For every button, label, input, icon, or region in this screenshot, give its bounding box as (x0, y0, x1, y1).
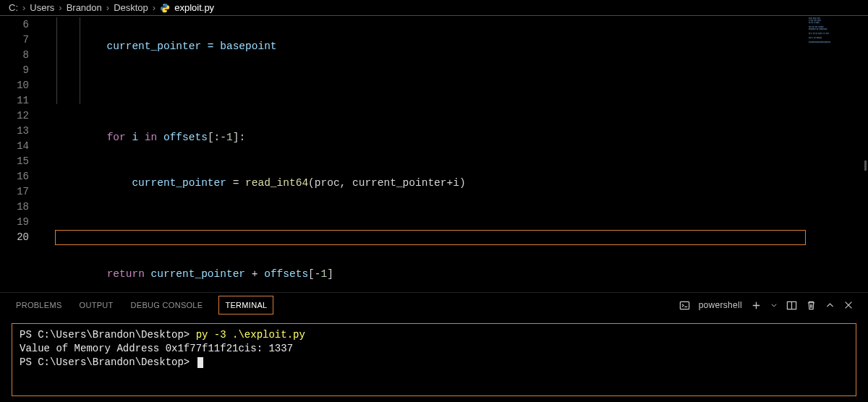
breadcrumb-seg[interactable]: Brandon (67, 2, 102, 13)
new-terminal-button[interactable] (751, 300, 762, 311)
breadcrumb-seg[interactable]: C: (9, 2, 18, 13)
terminal-shell-icon[interactable] (679, 300, 690, 311)
close-panel-button[interactable] (843, 300, 854, 310)
kill-terminal-button[interactable] (806, 300, 817, 311)
tab-output[interactable]: OUTPUT (78, 294, 115, 316)
terminal-prompt: PS C:\Users\Brandon\Desktop> (20, 356, 196, 368)
chevron-right-icon: › (106, 2, 109, 13)
svg-point-0 (163, 4, 164, 5)
code-content[interactable]: current_pointer = basepoint for i in off… (56, 17, 855, 291)
breadcrumb-seg[interactable]: Users (30, 2, 54, 13)
split-terminal-button[interactable] (786, 300, 797, 311)
terminal-line: Value of Memory Address 0x1f77f11f21cis:… (20, 343, 293, 354)
breadcrumb: C: › Users › Brandon › Desktop › exploit… (0, 0, 868, 16)
panel-tab-bar: PROBLEMS OUTPUT DEBUG CONSOLE TERMINAL p… (0, 293, 868, 317)
bottom-panel: PROBLEMS OUTPUT DEBUG CONSOLE TERMINAL p… (0, 292, 868, 402)
tab-problems[interactable]: PROBLEMS (14, 294, 64, 316)
svg-rect-2 (680, 302, 689, 309)
scrollbar[interactable] (864, 161, 867, 171)
svg-point-1 (166, 10, 166, 11)
minimap[interactable]: ████ ████ ████ ███ ███ ██████ ██ █ ████ … (809, 17, 865, 68)
python-file-icon (160, 3, 170, 13)
terminal-shell-label[interactable]: powershell (699, 300, 742, 310)
terminal-cursor (197, 357, 203, 368)
tab-debug-console[interactable]: DEBUG CONSOLE (129, 294, 205, 316)
line-number-gutter: 678910 1112131415 1617181920 (0, 16, 42, 245)
tab-terminal[interactable]: TERMINAL (218, 296, 273, 315)
chevron-right-icon: › (59, 2, 61, 13)
maximize-panel-button[interactable] (825, 301, 835, 310)
chevron-down-icon[interactable] (770, 302, 778, 309)
breadcrumb-seg[interactable]: Desktop (114, 2, 148, 13)
chevron-right-icon: › (153, 2, 156, 13)
terminal-command: py -3 .\exploit.py (196, 329, 305, 341)
code-editor[interactable]: 678910 1112131415 1617181920 current_poi… (0, 16, 868, 291)
breadcrumb-file[interactable]: exploit.py (174, 2, 214, 13)
chevron-right-icon: › (22, 2, 25, 13)
terminal-output[interactable]: PS C:\Users\Brandon\Desktop> py -3 .\exp… (12, 323, 856, 396)
terminal-prompt: PS C:\Users\Brandon\Desktop> (20, 329, 196, 341)
